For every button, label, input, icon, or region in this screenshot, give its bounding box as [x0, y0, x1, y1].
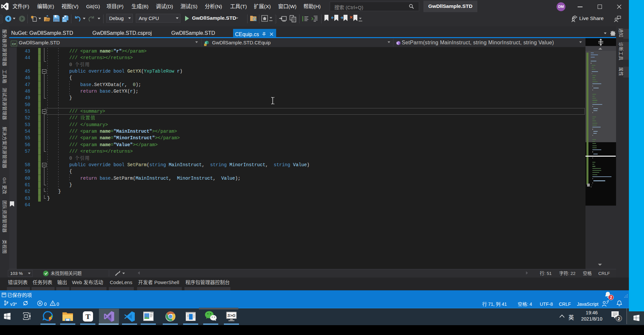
svg-text:T: T [85, 312, 90, 321]
svg-text:S>G: S>G [227, 313, 235, 318]
